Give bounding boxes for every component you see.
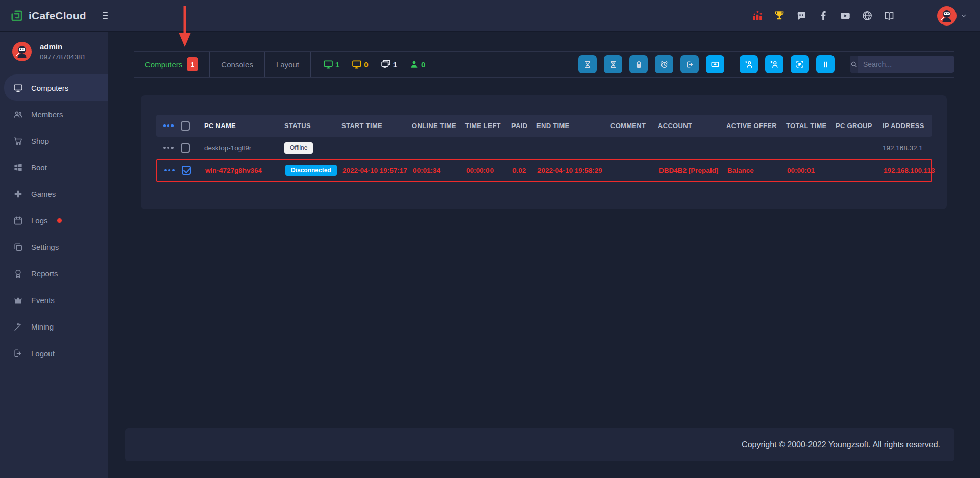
- monitor-online-icon: [323, 59, 333, 69]
- cell-online-time: 00:01:34: [413, 167, 466, 174]
- pause-button[interactable]: [816, 55, 835, 73]
- add-member-button[interactable]: [765, 55, 783, 73]
- counter-consoles[interactable]: 1: [381, 59, 397, 69]
- cell-time-left: 00:00:00: [466, 167, 512, 174]
- user-menu[interactable]: [937, 6, 967, 26]
- main-content: Computers 1 Consoles Layout 1 0 1: [108, 32, 980, 478]
- sidebar-item-label: Events: [31, 296, 55, 305]
- leaderboard-icon[interactable]: ★ ★ ★: [752, 10, 763, 21]
- user-plus-icon: [770, 60, 779, 69]
- profile[interactable]: admin 097778704381: [0, 32, 108, 70]
- toolbar: Computers 1 Consoles Layout 1 0 1: [134, 51, 954, 78]
- sidebar-item-label: Reports: [31, 269, 58, 278]
- add-member-offer-button[interactable]: [740, 55, 758, 73]
- cell-ip-address: 192.168.32.1: [883, 144, 932, 152]
- battery-button[interactable]: [629, 55, 648, 73]
- youtube-icon[interactable]: [840, 10, 851, 21]
- user-phone: 097778704381: [40, 53, 86, 61]
- sidebar-item-events[interactable]: Events: [0, 287, 108, 313]
- sidebar-item-logs[interactable]: Logs: [0, 207, 108, 234]
- sidebar-item-label: Members: [31, 110, 63, 119]
- facebook-icon[interactable]: [818, 10, 829, 21]
- sidebar-item-label: Boot: [31, 163, 47, 172]
- counter-busy-pcs[interactable]: 0: [352, 59, 368, 69]
- search-input[interactable]: [858, 56, 954, 73]
- search-icon: [850, 56, 858, 73]
- counter-online-pcs[interactable]: 1: [323, 59, 339, 69]
- docs-icon[interactable]: [884, 10, 895, 21]
- globe-icon[interactable]: [862, 10, 873, 21]
- row-menu-icon[interactable]: [157, 169, 182, 172]
- tab-computers[interactable]: Computers 1: [134, 52, 209, 77]
- crown-icon: [13, 295, 23, 305]
- tab-label: Consoles: [221, 60, 253, 69]
- sidebar-item-label: Computers: [31, 84, 68, 92]
- avatar: [12, 42, 32, 61]
- user-plus-star-icon: [744, 60, 753, 69]
- cash-button[interactable]: [706, 55, 724, 73]
- column-header: STATUS: [284, 122, 341, 130]
- hourglass-caret-button[interactable]: [604, 55, 622, 73]
- alarm-button[interactable]: [655, 55, 673, 73]
- table-row[interactable]: desktop-1ogll9r Offline 192.168.32.1: [156, 137, 932, 159]
- sidebar-item-games[interactable]: Games: [0, 181, 108, 207]
- menu-toggle-icon[interactable]: [103, 10, 108, 22]
- sign-out-button[interactable]: [680, 55, 699, 73]
- column-header: PC GROUP: [836, 122, 883, 130]
- cell-ip-address: 192.168.100.113: [884, 167, 931, 174]
- scan-button[interactable]: [791, 55, 809, 73]
- tab-consoles[interactable]: Consoles: [210, 52, 264, 77]
- pause-icon: [821, 60, 830, 69]
- sidebar-item-label: Games: [31, 190, 56, 198]
- counter-members-online[interactable]: 0: [409, 60, 425, 69]
- notification-dot: [57, 218, 62, 223]
- members-icon: [13, 110, 23, 119]
- brand-name: iCafeCloud: [29, 10, 86, 22]
- sidebar-item-logout[interactable]: Logout: [0, 340, 108, 366]
- cell-active-offer: Balance: [727, 167, 787, 174]
- tab-layout[interactable]: Layout: [265, 52, 310, 77]
- sidebar: admin 097778704381 Computers Members Sho…: [0, 32, 108, 478]
- footer: Copyright © 2000-2022 Youngzsoft. All ri…: [125, 428, 954, 461]
- sidebar-item-label: Logs: [31, 216, 48, 225]
- divider: [310, 52, 311, 77]
- column-header: COMMENT: [610, 122, 658, 130]
- table-row-selected[interactable]: win-4727g8hv364 Disconnected 2022-04-10 …: [156, 159, 932, 182]
- sidebar-item-settings[interactable]: Settings: [0, 234, 108, 260]
- cell-account: DBD4B2 [Prepaid]: [659, 167, 727, 174]
- sidebar-item-mining[interactable]: Mining: [0, 313, 108, 340]
- sidebar-item-members[interactable]: Members: [0, 101, 108, 128]
- username: admin: [40, 42, 86, 51]
- alarm-icon: [660, 60, 669, 69]
- row-checkbox[interactable]: [182, 166, 191, 175]
- select-all-checkbox[interactable]: [181, 121, 190, 131]
- table-header: PC NAME STATUS START TIME ONLINE TIME TI…: [156, 115, 932, 137]
- trophy-icon[interactable]: [774, 10, 785, 21]
- column-header: PAID: [511, 122, 536, 130]
- hourglass-button[interactable]: [578, 55, 597, 73]
- cell-pc-name: win-4727g8hv364: [205, 167, 285, 174]
- scan-icon: [795, 60, 804, 69]
- column-header: END TIME: [536, 122, 610, 130]
- column-header: ACCOUNT: [658, 122, 726, 130]
- column-header: ACTIVE OFFER: [726, 122, 786, 130]
- sidebar-item-reports[interactable]: Reports: [0, 260, 108, 287]
- pickaxe-icon: [13, 322, 23, 332]
- row-checkbox[interactable]: [181, 143, 190, 153]
- tab-label: Layout: [276, 60, 299, 69]
- column-header: TOTAL TIME: [786, 122, 836, 130]
- gamepad-icon: [13, 189, 23, 199]
- toolbar-actions: [578, 55, 954, 73]
- column-menu-icon[interactable]: [156, 124, 181, 127]
- discord-icon[interactable]: [796, 10, 807, 21]
- sidebar-item-boot[interactable]: Boot: [0, 154, 108, 181]
- sidebar-item-shop[interactable]: Shop: [0, 128, 108, 154]
- sidebar-item-computers[interactable]: Computers: [4, 74, 108, 101]
- row-menu-icon[interactable]: [156, 147, 181, 149]
- avatar: [937, 6, 957, 26]
- cell-total-time: 00:00:01: [787, 167, 837, 174]
- top-bar: iCafeCloud ★ ★ ★: [0, 0, 980, 32]
- cart-icon: [13, 136, 23, 146]
- cell-pc-name: desktop-1ogll9r: [204, 144, 284, 152]
- sign-out-icon: [685, 60, 694, 69]
